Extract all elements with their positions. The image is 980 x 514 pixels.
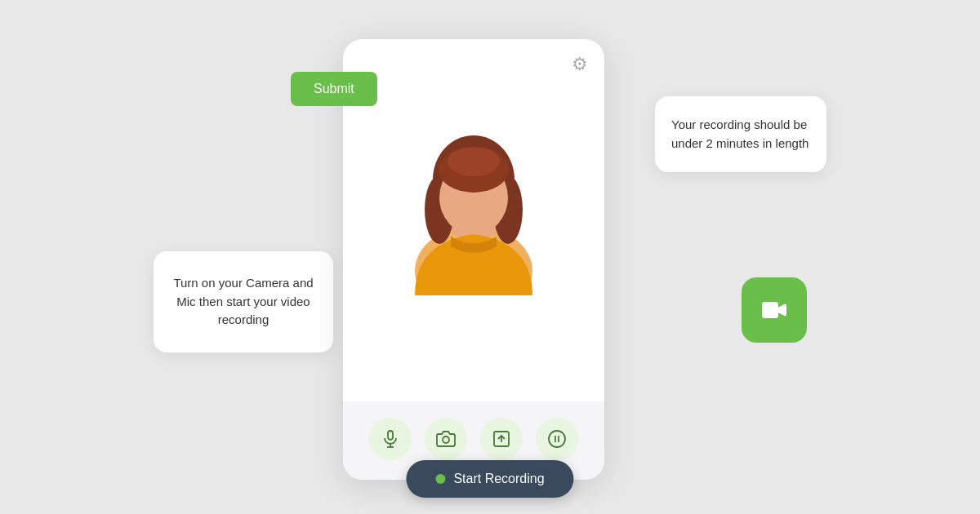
svg-point-8 — [448, 147, 500, 176]
avatar — [392, 83, 555, 295]
control-icon-row — [369, 418, 578, 460]
start-recording-button[interactable]: Start Recording — [406, 460, 573, 498]
recording-length-text: Your recording should be under 2 minutes… — [671, 116, 810, 153]
pause-icon — [547, 429, 567, 449]
pause-button[interactable] — [536, 418, 578, 460]
upload-icon — [492, 429, 511, 449]
camera-mic-instruction-text: Turn on your Camera and Mic then start y… — [173, 274, 314, 330]
svg-point-12 — [443, 436, 449, 443]
recording-dot — [435, 474, 445, 484]
video-camera-icon — [758, 294, 791, 326]
video-camera-button[interactable] — [742, 277, 807, 343]
recording-length-card: Your recording should be under 2 minutes… — [655, 96, 826, 172]
camera-button[interactable] — [425, 418, 467, 460]
svg-rect-9 — [388, 431, 393, 440]
camera-mic-instruction-card: Turn on your Camera and Mic then start y… — [154, 251, 333, 352]
avatar-area — [343, 75, 604, 401]
submit-button[interactable]: Submit — [291, 72, 377, 106]
settings-icon[interactable]: ⚙ — [572, 54, 588, 75]
upload-button[interactable] — [480, 418, 523, 460]
camera-icon — [436, 429, 456, 449]
start-recording-label: Start Recording — [453, 472, 544, 486]
mic-button[interactable] — [369, 418, 412, 460]
main-recording-card: ⚙ — [343, 39, 604, 480]
svg-point-15 — [549, 431, 565, 447]
mic-icon — [381, 429, 400, 449]
